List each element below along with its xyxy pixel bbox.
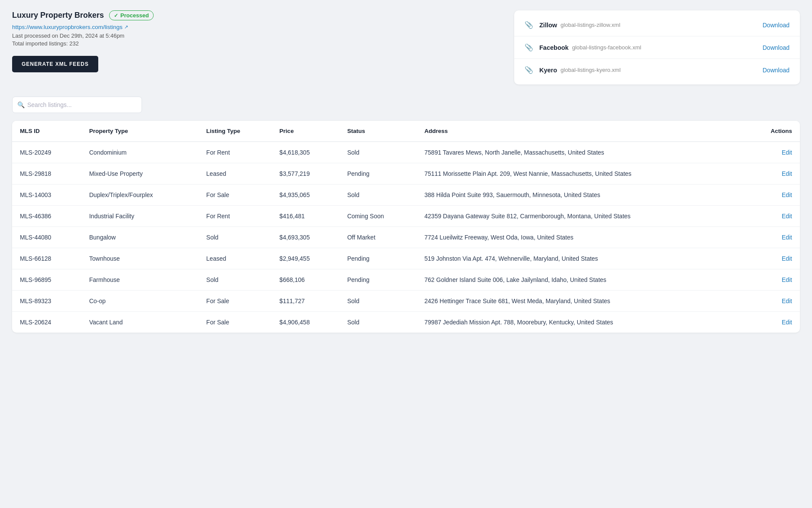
edit-link[interactable]: Edit — [782, 149, 792, 156]
table-row: MLS-20624Vacant LandFor Sale$4,906,458So… — [12, 312, 800, 333]
feed-filename: global-listings-zillow.xml — [561, 22, 620, 28]
actions-cell: Edit — [745, 248, 800, 269]
status-cell: Coming Soon — [339, 206, 416, 227]
price-cell: $111,727 — [272, 291, 340, 312]
actions-cell: Edit — [745, 163, 800, 184]
generate-xml-feeds-button[interactable]: GENERATE XML FEEDS — [12, 56, 98, 72]
feed-name: Kyero — [539, 67, 557, 74]
actions-cell: Edit — [745, 184, 800, 206]
listing-type-cell: For Sale — [199, 312, 272, 333]
edit-link[interactable]: Edit — [782, 191, 792, 198]
top-section: Luxury Property Brokers ✓ Processed http… — [12, 10, 800, 84]
price-cell: $4,618,305 — [272, 142, 340, 163]
column-header-property-type: Property Type — [81, 121, 199, 142]
edit-link[interactable]: Edit — [782, 170, 792, 177]
listing-type-cell: For Sale — [199, 184, 272, 206]
mls-id-cell: MLS-20249 — [12, 142, 81, 163]
actions-cell: Edit — [745, 269, 800, 291]
edit-link[interactable]: Edit — [782, 234, 792, 241]
actions-cell: Edit — [745, 227, 800, 248]
feed-name: Zillow — [539, 22, 557, 29]
property-type-cell: Bungalow — [81, 227, 199, 248]
edit-link[interactable]: Edit — [782, 213, 792, 220]
address-cell: 762 Goldner Island Suite 006, Lake Jaily… — [417, 269, 745, 291]
price-cell: $4,693,305 — [272, 227, 340, 248]
column-header-status: Status — [339, 121, 416, 142]
edit-link[interactable]: Edit — [782, 298, 792, 304]
left-info: Luxury Property Brokers ✓ Processed http… — [12, 10, 154, 72]
mls-id-cell: MLS-14003 — [12, 184, 81, 206]
external-link-icon: ↗ — [124, 24, 128, 30]
feed-filename: global-listings-kyero.xml — [561, 67, 621, 73]
listings-data-table: MLS IDProperty TypeListing TypePriceStat… — [12, 121, 800, 333]
address-cell: 2426 Hettinger Trace Suite 681, West Med… — [417, 291, 745, 312]
property-type-cell: Co-op — [81, 291, 199, 312]
column-header-actions: Actions — [745, 121, 800, 142]
actions-cell: Edit — [745, 291, 800, 312]
price-cell: $668,106 — [272, 269, 340, 291]
feed-row: 📎 Kyero global-listings-kyero.xml Downlo… — [514, 59, 800, 81]
xml-feeds-card: 📎 Zillow global-listings-zillow.xml Down… — [514, 10, 800, 84]
status-cell: Sold — [339, 291, 416, 312]
status-cell: Sold — [339, 142, 416, 163]
status-cell: Sold — [339, 184, 416, 206]
total-listings-text: Total imported listings: 232 — [12, 40, 154, 47]
listing-type-cell: Leased — [199, 248, 272, 269]
table-header: MLS IDProperty TypeListing TypePriceStat… — [12, 121, 800, 142]
search-input[interactable] — [12, 97, 142, 113]
search-input-wrap: 🔍 — [12, 97, 142, 113]
edit-link[interactable]: Edit — [782, 276, 792, 283]
status-cell: Pending — [339, 163, 416, 184]
feed-row: 📎 Facebook global-listings-facebook.xml … — [514, 36, 800, 59]
listing-type-cell: For Rent — [199, 206, 272, 227]
address-cell: 519 Johnston Via Apt. 474, Wehnerville, … — [417, 248, 745, 269]
table-row: MLS-89323Co-opFor Sale$111,727Sold2426 H… — [12, 291, 800, 312]
mls-id-cell: MLS-44080 — [12, 227, 81, 248]
address-cell: 75891 Tavares Mews, North Janelle, Massa… — [417, 142, 745, 163]
edit-link[interactable]: Edit — [782, 255, 792, 262]
property-type-cell: Townhouse — [81, 248, 199, 269]
website-link[interactable]: https://www.luxurypropbrokers.com/listin… — [12, 24, 154, 30]
property-type-cell: Vacant Land — [81, 312, 199, 333]
mls-id-cell: MLS-66128 — [12, 248, 81, 269]
column-header-listing-type: Listing Type — [199, 121, 272, 142]
column-header-address: Address — [417, 121, 745, 142]
search-icon: 🔍 — [17, 101, 25, 108]
feed-row: 📎 Zillow global-listings-zillow.xml Down… — [514, 14, 800, 36]
property-type-cell: Farmhouse — [81, 269, 199, 291]
address-cell: 42359 Dayana Gateway Suite 812, Carmenbo… — [417, 206, 745, 227]
brand-header: Luxury Property Brokers ✓ Processed — [12, 10, 154, 20]
feed-filename: global-listings-facebook.xml — [572, 44, 641, 51]
table-row: MLS-44080BungalowSold$4,693,305Off Marke… — [12, 227, 800, 248]
actions-cell: Edit — [745, 206, 800, 227]
page-container: Luxury Property Brokers ✓ Processed http… — [0, 0, 812, 508]
table-row: MLS-20249CondominiumFor Rent$4,618,305So… — [12, 142, 800, 163]
table-row: MLS-29818Mixed-Use PropertyLeased$3,577,… — [12, 163, 800, 184]
processed-badge: ✓ Processed — [109, 10, 154, 20]
column-header-mls-id: MLS ID — [12, 121, 81, 142]
table-row: MLS-66128TownhouseLeased$2,949,455Pendin… — [12, 248, 800, 269]
download-link[interactable]: Download — [763, 67, 789, 74]
property-type-cell: Industrial Facility — [81, 206, 199, 227]
actions-cell: Edit — [745, 312, 800, 333]
listing-type-cell: Sold — [199, 269, 272, 291]
listings-table: MLS IDProperty TypeListing TypePriceStat… — [12, 121, 800, 333]
download-link[interactable]: Download — [763, 44, 789, 51]
price-cell: $4,906,458 — [272, 312, 340, 333]
mls-id-cell: MLS-46386 — [12, 206, 81, 227]
price-cell: $4,935,065 — [272, 184, 340, 206]
status-cell: Sold — [339, 312, 416, 333]
address-cell: 388 Hilda Point Suite 993, Sauermouth, M… — [417, 184, 745, 206]
actions-cell: Edit — [745, 142, 800, 163]
listing-type-cell: Sold — [199, 227, 272, 248]
table-row: MLS-46386Industrial FacilityFor Rent$416… — [12, 206, 800, 227]
feed-name: Facebook — [539, 44, 569, 51]
price-cell: $2,949,455 — [272, 248, 340, 269]
brand-name: Luxury Property Brokers — [12, 11, 104, 20]
edit-link[interactable]: Edit — [782, 319, 792, 326]
download-link[interactable]: Download — [763, 22, 789, 29]
listing-type-cell: For Sale — [199, 291, 272, 312]
mls-id-cell: MLS-29818 — [12, 163, 81, 184]
mls-id-cell: MLS-20624 — [12, 312, 81, 333]
status-badge-label: Processed — [120, 12, 149, 19]
